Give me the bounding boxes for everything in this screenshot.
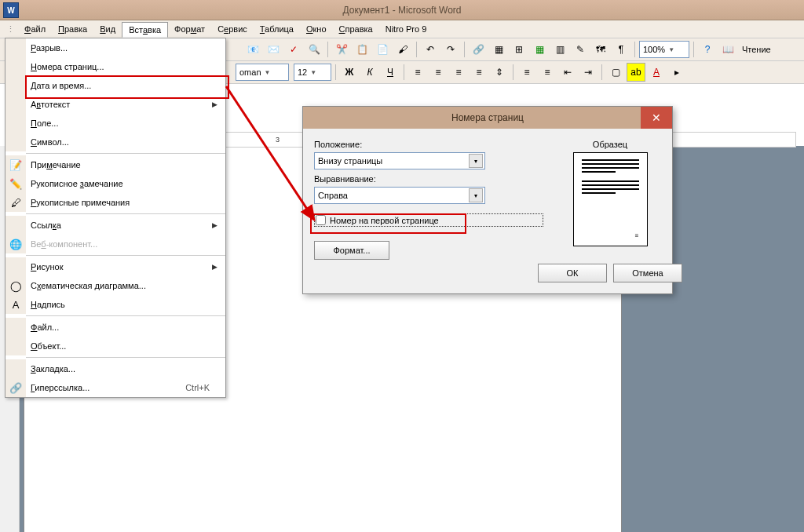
ok-button[interactable]: ОК (538, 264, 607, 282)
font-name-combo[interactable]: oman▼ (236, 64, 289, 81)
dialog-titlebar[interactable]: Номера страниц ✕ (303, 107, 672, 129)
align-right-button[interactable]: ≡ (449, 63, 468, 82)
tb-cut-icon[interactable]: ✂️ (332, 40, 351, 59)
menu-format[interactable]: Формат (168, 22, 211, 36)
menu-tools[interactable]: Сервис (211, 22, 254, 36)
submenu-arrow-icon: ▶ (210, 100, 219, 108)
tb-formatpainter-icon[interactable]: 🖌 (393, 40, 412, 59)
numbered-list-button[interactable]: ≡ (517, 63, 536, 82)
first-page-checkbox-label: Номер на первой странице (330, 216, 439, 225)
underline-button[interactable]: Ч (381, 63, 400, 82)
tb-mailmerge-icon[interactable]: 📧 (243, 40, 262, 59)
app-window: W Документ1 - Microsoft Word ⋮ Файл Прав… (0, 0, 804, 532)
tb-inserttable-icon[interactable]: ⊞ (510, 40, 528, 59)
position-label: Положение: (314, 140, 543, 149)
menu-item-icon (5, 216, 26, 235)
menu-item-label: Рукописное замечание (26, 179, 210, 188)
menu-item-label: Рукописные примечания (26, 198, 210, 207)
first-page-checkbox-row[interactable]: Номер на первой странице (314, 213, 543, 227)
preview-label: Образец (593, 140, 627, 149)
tb-redo-icon[interactable]: ↷ (441, 40, 460, 59)
bold-button[interactable]: Ж (340, 63, 359, 82)
menu-item-icon (5, 133, 26, 151)
tb-tables-icon[interactable]: ▦ (489, 40, 508, 59)
close-icon: ✕ (652, 111, 661, 124)
menu-separator (26, 255, 225, 256)
menu-table[interactable]: Таблица (254, 22, 300, 36)
menu-item-автотекст[interactable]: Автотекст▶ (5, 95, 225, 114)
position-combo[interactable]: Внизу страницы ▾ (314, 152, 485, 169)
menu-nitro[interactable]: Nitro Pro 9 (379, 22, 433, 36)
font-size-combo[interactable]: 12▼ (294, 64, 331, 81)
tb-columns-icon[interactable]: ▥ (550, 40, 569, 59)
tb-sep (404, 64, 404, 80)
menu-item-номерастраниц[interactable]: Номера страниц... (5, 57, 225, 76)
tb-undo-icon[interactable]: ↶ (421, 40, 440, 59)
tb-envelope-icon[interactable]: ✉️ (264, 40, 283, 59)
menu-item-объект[interactable]: Объект... (5, 337, 225, 355)
menu-item-датаивремя[interactable]: Дата и время... (5, 76, 225, 95)
italic-button[interactable]: К (360, 63, 379, 82)
highlight-button[interactable]: ab (627, 63, 645, 82)
format-button[interactable]: Формат... (314, 241, 389, 260)
menu-item-надпись[interactable]: AНадпись (5, 295, 225, 314)
submenu-arrow-icon: ▶ (210, 263, 219, 271)
align-left-button[interactable]: ≡ (408, 63, 427, 82)
linespace-button[interactable]: ⇕ (490, 63, 509, 82)
menu-item-icon: A (5, 295, 26, 314)
align-justify-button[interactable]: ≡ (470, 63, 488, 82)
tb-readmode-icon[interactable]: 📖 (718, 40, 737, 59)
alignment-label: Выравнивание: (314, 174, 543, 184)
dialog-close-button[interactable]: ✕ (641, 107, 672, 129)
menu-item-рисунок[interactable]: Рисунок▶ (5, 257, 225, 276)
menu-view[interactable]: Вид (93, 22, 122, 36)
tb-docmap-icon[interactable]: 🗺 (591, 40, 610, 59)
read-mode-label[interactable]: Чтение (739, 45, 774, 54)
menu-item-рукописноезамечание[interactable]: ✏️Рукописное замечание (5, 174, 225, 193)
indent-button[interactable]: ⇥ (579, 63, 598, 82)
menu-item-ссылка[interactable]: Ссылка▶ (5, 216, 225, 235)
outdent-button[interactable]: ⇤ (558, 63, 577, 82)
tb-help-icon[interactable]: ? (698, 40, 717, 59)
font-color-button[interactable]: A (647, 63, 666, 82)
menu-separator (26, 357, 225, 358)
dialog-left-panel: Положение: Внизу страницы ▾ Выравнивание… (314, 138, 543, 282)
menu-help[interactable]: Справка (333, 22, 379, 36)
menu-item-гиперссылка[interactable]: 🔗Гиперссылка...Ctrl+K (5, 378, 225, 397)
menu-item-icon: ◯ (5, 276, 26, 295)
tb-excel-icon[interactable]: ▦ (530, 40, 549, 59)
menu-item-файл[interactable]: Файл... (5, 318, 225, 337)
menu-item-схематическаядиаграмма[interactable]: ◯Схематическая диаграмма... (5, 276, 225, 295)
tb-spellcheck-icon[interactable]: ✓ (284, 40, 303, 59)
menu-item-icon: 🌐 (5, 235, 26, 253)
toolbar-overflow-icon[interactable]: ▸ (667, 63, 686, 82)
menu-item-разрыв[interactable]: Разрыв... (5, 38, 225, 57)
menu-item-рукописныепримечания[interactable]: 🖊Рукописные примечания (5, 193, 225, 212)
menu-item-символ[interactable]: Символ... (5, 133, 225, 151)
first-page-checkbox[interactable] (316, 215, 326, 225)
tb-drawing-icon[interactable]: ✎ (571, 40, 590, 59)
menu-item-примечание[interactable]: 📝Примечание (5, 155, 225, 174)
tb-research-icon[interactable]: 🔍 (305, 40, 323, 59)
tb-paste-icon[interactable]: 📄 (373, 40, 392, 59)
tb-sep (693, 42, 694, 57)
tb-copy-icon[interactable]: 📋 (353, 40, 371, 59)
align-center-button[interactable]: ≡ (429, 63, 448, 82)
zoom-combo[interactable]: 100%▼ (639, 41, 689, 58)
bullet-list-button[interactable]: ≡ (538, 63, 557, 82)
menu-item-закладка[interactable]: Закладка... (5, 359, 225, 378)
tb-showmarks-icon[interactable]: ¶ (612, 40, 630, 59)
borders-button[interactable]: ▢ (606, 63, 625, 82)
menu-edit[interactable]: Правка (52, 22, 93, 36)
menu-window[interactable]: Окно (300, 22, 333, 36)
menu-item-label: Объект... (26, 341, 210, 351)
menu-insert[interactable]: Вставка (122, 22, 168, 38)
menu-item-shortcut: Ctrl+K (185, 383, 210, 392)
menu-item-поле[interactable]: Поле... (5, 114, 225, 133)
menu-item-icon (5, 76, 26, 95)
menu-item-icon (5, 337, 26, 355)
alignment-combo[interactable]: Справа ▾ (314, 187, 485, 204)
tb-hyperlink-icon[interactable]: 🔗 (469, 40, 488, 59)
menu-file[interactable]: Файл (18, 22, 52, 36)
cancel-button[interactable]: Отмена (613, 264, 682, 282)
